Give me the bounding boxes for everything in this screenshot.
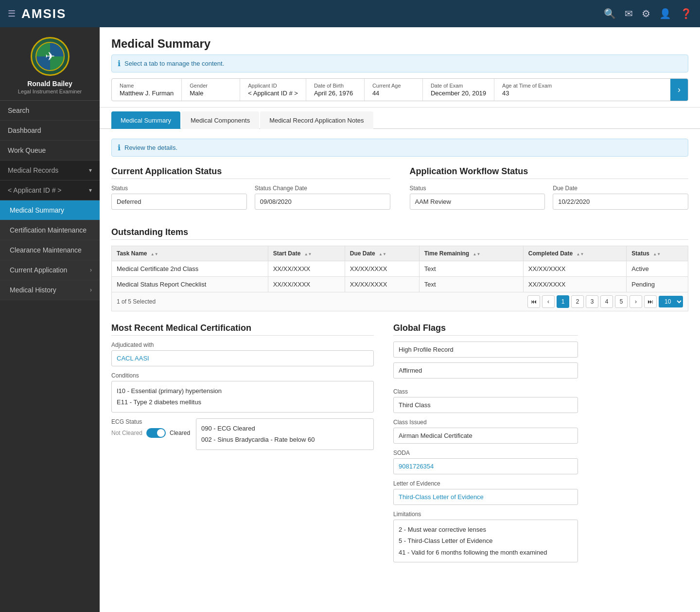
chevron-right-icon: › xyxy=(90,267,92,273)
patient-name-field: Name Matthew J. Furman xyxy=(112,79,182,101)
sidebar-item-medical-records[interactable]: Medical Records ▾ xyxy=(0,161,100,180)
ecg-items-group: 090 - ECG Cleared002 - Sinus Bradycardia… xyxy=(196,418,374,450)
selected-count: 1 of 5 Selected xyxy=(117,298,156,305)
main-layout: ✈ Ronald Bailey Legal Instrument Examine… xyxy=(0,27,700,612)
col-start-date[interactable]: Start Date ▲▼ xyxy=(268,246,345,261)
patient-applicant-id-field: Applicant ID < Applicant ID # > xyxy=(240,79,306,101)
cell-completed-date: XX/XX/XXXX xyxy=(523,277,626,292)
high-profile-record-input[interactable]: High Profile Record xyxy=(393,342,578,358)
sidebar-label-workqueue: Work Queue xyxy=(8,146,46,154)
page-first-btn[interactable]: ⏮ xyxy=(527,295,540,308)
sidebar-label-clearance-maintenance: Clearance Maintenance xyxy=(10,246,82,254)
mail-icon[interactable]: ✉ xyxy=(625,8,633,19)
sidebar-label-medical-records: Medical Records xyxy=(8,166,58,174)
page-1-btn[interactable]: 1 xyxy=(557,295,569,308)
patient-dob-field: Date of Birth April 26, 1976 xyxy=(306,79,365,101)
workflow-status-label: Status xyxy=(410,185,545,192)
class-issued-input[interactable]: Airman Medical Certificate xyxy=(393,428,578,444)
sidebar-item-medical-summary[interactable]: Medical Summary xyxy=(0,200,100,220)
sort-icon-status: ▲▼ xyxy=(653,252,661,256)
workflow-status-row: Status AAM Review Due Date 10/22/2020 xyxy=(410,185,689,210)
exam-age-label: Age at Time of Exam xyxy=(502,83,552,89)
status-change-date-input[interactable]: 09/08/2020 xyxy=(255,194,390,210)
adjudicated-with-input[interactable]: CACL AASI xyxy=(111,350,374,366)
col-due-date[interactable]: Due Date ▲▼ xyxy=(345,246,419,261)
table-row[interactable]: Medical Status Report Checklist XX/XX/XX… xyxy=(112,277,688,292)
cert-title: Most Recent Medical Certification xyxy=(111,323,374,336)
page-next-btn[interactable]: › xyxy=(630,295,642,308)
tab-medical-components[interactable]: Medical Components xyxy=(181,111,259,129)
table-row[interactable]: Medical Certificate 2nd Class XX/XX/XXXX… xyxy=(112,261,688,277)
chevron-right-icon-2: › xyxy=(90,287,92,293)
soda-label: SODA xyxy=(393,450,578,456)
col-status[interactable]: Status ▲▼ xyxy=(627,246,688,261)
workflow-status-input[interactable]: AAM Review xyxy=(410,194,545,210)
hamburger-icon[interactable]: ☰ xyxy=(8,8,16,19)
status-label: Status xyxy=(111,185,247,192)
cell-start-date: XX/XX/XXXX xyxy=(268,277,345,292)
page-size-select[interactable]: 10 25 50 xyxy=(659,296,683,307)
patient-gender-field: Gender Male xyxy=(182,79,240,101)
exam-date-label: Date of Exam xyxy=(431,83,486,89)
page-3-btn[interactable]: 3 xyxy=(586,295,598,308)
cell-time-remaining: Text xyxy=(419,277,523,292)
chevron-down-icon-2: ▾ xyxy=(89,187,92,194)
content-area: Medical Summary ℹ Select a tab to manage… xyxy=(100,27,700,612)
conditions-label: Conditions xyxy=(111,372,374,379)
ecg-items-box: 090 - ECG Cleared002 - Sinus Bradycardia… xyxy=(196,418,374,450)
soda-input[interactable]: 9081726354 xyxy=(393,458,578,474)
page-prev-btn[interactable]: ‹ xyxy=(542,295,555,308)
current-app-status-col: Current Application Status Status Deferr… xyxy=(111,166,390,216)
sidebar-item-certification-maintenance[interactable]: Certification Maintenance xyxy=(0,220,100,240)
letter-of-evidence-input[interactable]: Third-Class Letter of Evidence xyxy=(393,489,578,505)
app-title: AMSIS xyxy=(21,6,66,21)
letter-of-evidence-label: Letter of Evidence xyxy=(393,480,578,487)
workflow-due-date-group: Due Date 10/22/2020 xyxy=(553,185,688,210)
tab-medical-summary[interactable]: Medical Summary xyxy=(111,111,180,129)
tab-medical-record-notes[interactable]: Medical Record Application Notes xyxy=(260,111,373,129)
col-time-remaining[interactable]: Time Remaining ▲▼ xyxy=(419,246,523,261)
page-last-btn[interactable]: ⏭ xyxy=(644,295,657,308)
sidebar-item-applicant-id[interactable]: < Applicant ID # > ▾ xyxy=(0,180,100,200)
condition-item: E11 - Type 2 diabetes mellitus xyxy=(117,396,368,408)
sidebar-item-search[interactable]: Search xyxy=(0,101,100,121)
sidebar-item-current-application[interactable]: Current Application › xyxy=(0,260,100,280)
status-input[interactable]: Deferred xyxy=(111,194,247,210)
pagination: ⏮ ‹ 1 2 3 4 5 › ⏭ 10 25 50 xyxy=(527,295,683,308)
dob-label: Date of Birth xyxy=(314,83,356,89)
ecg-toggle[interactable] xyxy=(146,428,166,438)
col-task-name[interactable]: Task Name ▲▼ xyxy=(112,246,268,261)
class-issued-group: Class Issued Airman Medical Certificate xyxy=(393,419,578,444)
page-2-btn[interactable]: 2 xyxy=(571,295,584,308)
workflow-due-date-input[interactable]: 10/22/2020 xyxy=(553,194,688,210)
conditions-box: I10 - Essential (primary) hypertensionE1… xyxy=(111,381,374,413)
gear-icon[interactable]: ⚙ xyxy=(642,8,650,19)
cell-time-remaining: Text xyxy=(419,261,523,277)
patient-exam-date-field: Date of Exam December 20, 2019 xyxy=(423,79,494,101)
global-flags-section: Global Flags High Profile Record Affirme… xyxy=(393,323,578,378)
sidebar-item-medical-history[interactable]: Medical History › xyxy=(0,280,100,300)
search-icon[interactable]: 🔍 xyxy=(604,8,616,19)
sidebar-item-workqueue[interactable]: Work Queue xyxy=(0,141,100,161)
help-icon[interactable]: ❓ xyxy=(680,8,692,19)
cell-task-name: Medical Certificate 2nd Class xyxy=(112,261,268,277)
faa-logo: ✈ xyxy=(31,37,70,76)
page-5-btn[interactable]: 5 xyxy=(615,295,628,308)
user-icon[interactable]: 👤 xyxy=(659,8,671,19)
dob-value: April 26, 1976 xyxy=(314,90,356,97)
class-input[interactable]: Third Class xyxy=(393,397,578,413)
sidebar-logo: ✈ Ronald Bailey Legal Instrument Examine… xyxy=(0,27,100,101)
col-completed-date[interactable]: Completed Date ▲▼ xyxy=(523,246,626,261)
condition-item: I10 - Essential (primary) hypertension xyxy=(117,385,368,396)
sort-icon-due: ▲▼ xyxy=(379,252,386,256)
patient-bar-arrow[interactable]: › xyxy=(670,79,688,101)
page-header: Medical Summary ℹ Select a tab to manage… xyxy=(100,27,700,108)
conditions-group: Conditions I10 - Essential (primary) hyp… xyxy=(111,372,374,413)
sidebar-item-dashboard[interactable]: Dashboard xyxy=(0,121,100,141)
status-change-date-group: Status Change Date 09/08/2020 xyxy=(255,185,390,210)
patient-exam-age-field: Age at Time of Exam 43 xyxy=(494,79,560,101)
affirmed-input[interactable]: Affirmed xyxy=(393,362,578,378)
sidebar-item-clearance-maintenance[interactable]: Clearance Maintenance xyxy=(0,240,100,260)
toggle-thumb xyxy=(157,429,165,437)
page-4-btn[interactable]: 4 xyxy=(600,295,613,308)
